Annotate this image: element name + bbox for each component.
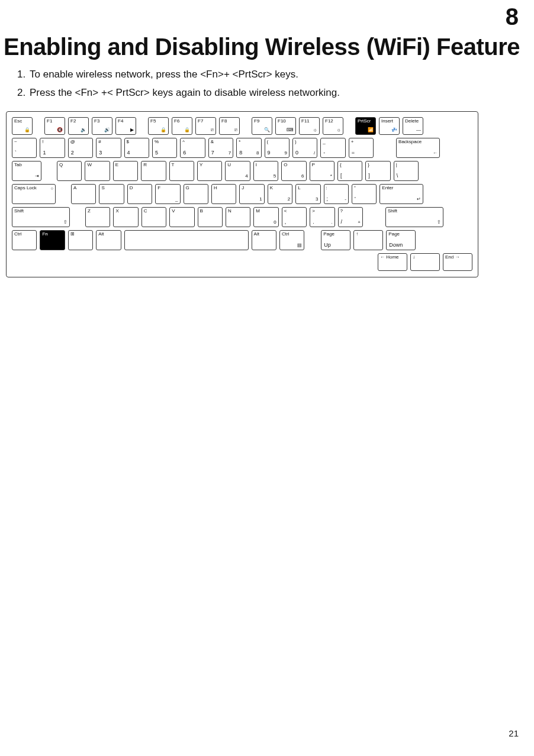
key-f: F_ [155,184,180,204]
key-end: End → [443,253,472,271]
key-q: Q [57,161,82,181]
key-: "' [352,184,377,204]
page-number: 21 [509,728,519,738]
key-: }] [365,161,390,181]
key-o: O6 [281,161,306,181]
keyboard-diagram: Esc🔒F1🔇F2🔉F3🔊F4▶F5🔒F6🔒F7⎚F8⎚F9🔍F10⌨F11☼F… [6,111,478,277]
key-h: H [211,184,236,204]
key-: |\ [394,161,419,181]
key-y: Y [197,161,222,181]
key-k: K2 [268,184,292,204]
key-: ^6 [180,138,205,158]
key-: ↓ [410,253,440,271]
keyboard-row-qwerty: Tab⇥QWERTYU4I5O6P*{[}]|\ [12,161,472,181]
key-: *88 [236,138,261,158]
key-: <, [282,207,307,227]
keyboard-row-mods: CtrlFn⊞AltAltCtrl▤PageUp↑PageDown [12,230,472,250]
key-backspace: Backspace← [396,138,440,158]
key-space [124,230,249,250]
steps-list: To enable wireless network, press the <F… [2,67,528,101]
key-f3: F3🔊 [92,117,112,135]
key-f4: F4▶ [115,117,136,135]
key-a: A [71,184,96,204]
key-d: D [127,184,152,204]
key-r: R [141,161,166,181]
step-item: Press the <Fn> +< PrtScr> keys again to … [28,85,528,101]
key-: {[ [337,161,362,181]
key-fn: Fn [40,230,65,250]
key-z: Z [85,207,110,227]
key-m: M0 [253,207,278,227]
keyboard-row-numbers: ~`!1@2#3$4%5^6&77*88(99)0/_-+=Backspace← [12,138,472,158]
key-: ⊞ [68,230,93,250]
keyboard-row-arrows: ← Home↓End → [12,253,472,271]
key-: ?/+ [338,207,363,227]
key-f8: F8⎚ [219,117,240,135]
key-: !1 [40,138,65,158]
key-ctrl: Ctrl [12,230,37,250]
key-insert: Insert💤 [379,117,400,135]
key-prtscr: PrtScr📶 [355,117,376,135]
key-: $4 [124,138,149,158]
key-c: C [141,207,166,227]
key-: #3 [96,138,121,158]
key-t: T [169,161,194,181]
key-n: N [226,207,250,227]
key-i: I5 [253,161,278,181]
key-: += [349,138,374,158]
key-home: ← Home [378,253,407,271]
key-ctrl: Ctrl▤ [279,230,304,250]
document-page: 8 Enabling and Disabling Wireless (WiFi)… [0,0,534,756]
key-capslock: Caps Lock○ [12,184,56,204]
keyboard-row-fn: Esc🔒F1🔇F2🔉F3🔊F4▶F5🔒F6🔒F7⎚F8⎚F9🔍F10⌨F11☼F… [12,117,472,135]
key-g: G [184,184,208,204]
key-v: V [169,207,194,227]
key-: (99 [265,138,289,158]
key-: @2 [68,138,93,158]
key-f7: F7⎚ [195,117,216,135]
key-f1: F1🔇 [44,117,65,135]
chapter-number: 8 [506,4,519,30]
step-item: To enable wireless network, press the <F… [28,67,528,82]
key-x: X [113,207,138,227]
key-u: U4 [225,161,250,181]
key-: %5 [152,138,177,158]
key-: ~` [12,138,37,158]
key-page: PageDown [386,230,416,250]
key-page: PageUp [321,230,350,250]
key-s: S [99,184,124,204]
key-e: E [113,161,138,181]
key-l: L3 [295,184,320,204]
keyboard-row-home: Caps Lock○ASDF_GHJ1K2L3:;-"'Enter↵ [12,184,472,204]
key-f12: F12☼ [323,117,343,135]
key-f10: F10⌨ [275,117,296,135]
key-: :;- [324,184,349,204]
key-: >.. [310,207,334,227]
key-esc: Esc🔒 [12,117,33,135]
key-: _- [320,138,345,158]
key-p: P* [310,161,334,181]
keyboard-row-bottom: Shift⇧ZXCVBNM0<,>..?/+Shift⇧ [12,207,472,227]
key-shift: Shift⇧ [385,207,443,227]
key-shift: Shift⇧ [12,207,70,227]
page-title: Enabling and Disabling Wireless (WiFi) F… [4,34,528,60]
key-f9: F9🔍 [252,117,272,135]
key-b: B [198,207,223,227]
key-: ↑ [353,230,383,250]
key-tab: Tab⇥ [12,161,41,181]
key-j: J1 [239,184,264,204]
key-f5: F5🔒 [148,117,169,135]
key-w: W [85,161,110,181]
key-enter: Enter↵ [379,184,423,204]
key-f2: F2🔉 [68,117,89,135]
key-: )0/ [292,138,317,158]
key-alt: Alt [96,230,121,250]
key-delete: Delete— [403,117,423,135]
key-f11: F11☼ [299,117,320,135]
key-alt: Alt [252,230,276,250]
key-f6: F6🔒 [172,117,192,135]
key-: &77 [208,138,233,158]
